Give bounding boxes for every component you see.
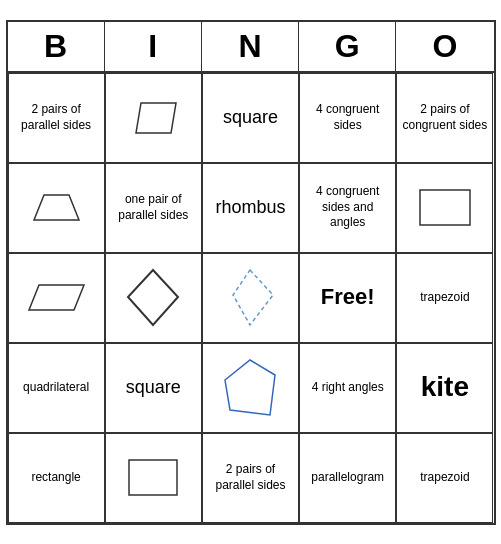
svg-marker-4 [128,270,178,325]
svg-marker-5 [233,270,273,325]
svg-marker-0 [136,103,176,133]
header-g: G [299,22,396,71]
cell-3-3: 4 right angles [299,343,396,433]
bingo-header: B I N G O [8,22,494,73]
svg-rect-7 [129,460,177,495]
cell-3-1: square [105,343,202,433]
cell-0-1 [105,73,202,163]
cell-1-2: rhombus [202,163,299,253]
cell-4-0: rectangle [8,433,105,523]
cell-2-4: trapezoid [396,253,493,343]
cell-4-3: parallelogram [299,433,396,523]
svg-rect-2 [420,190,470,225]
cell-4-4: trapezoid [396,433,493,523]
cell-2-3: Free! [299,253,396,343]
cell-2-0 [8,253,105,343]
cell-3-4: kite [396,343,493,433]
cell-2-2 [202,253,299,343]
cell-4-2: 2 pairs of parallel sides [202,433,299,523]
bingo-grid: 2 pairs of parallel sides square 4 congr… [8,73,494,523]
header-b: B [8,22,105,71]
cell-0-2: square [202,73,299,163]
cell-3-0: quadrilateral [8,343,105,433]
cell-0-4: 2 pairs of congruent sides [396,73,493,163]
svg-marker-3 [29,285,84,310]
cell-1-1: one pair of parallel sides [105,163,202,253]
header-n: N [202,22,299,71]
cell-0-3: 4 congruent sides [299,73,396,163]
header-o: O [396,22,493,71]
svg-marker-1 [34,195,79,220]
cell-4-1 [105,433,202,523]
svg-marker-6 [225,360,275,415]
bingo-card: B I N G O 2 pairs of parallel sides squa… [6,20,496,525]
cell-3-2 [202,343,299,433]
cell-1-0 [8,163,105,253]
cell-2-1 [105,253,202,343]
cell-1-4 [396,163,493,253]
header-i: I [105,22,202,71]
cell-1-3: 4 congruent sides and angles [299,163,396,253]
cell-0-0: 2 pairs of parallel sides [8,73,105,163]
